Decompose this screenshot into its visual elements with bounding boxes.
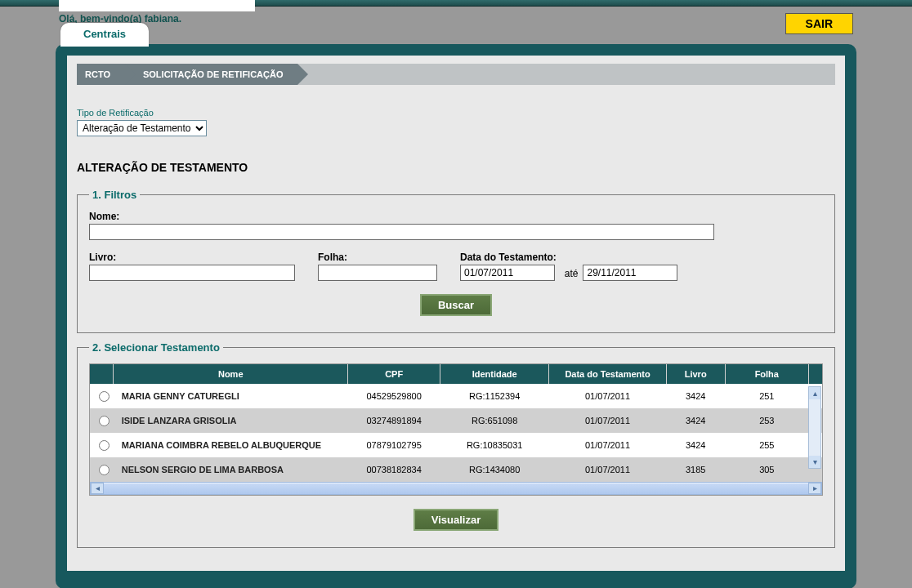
cell-cpf: 07879102795 — [348, 433, 440, 457]
cell-identidade: RG:651098 — [440, 408, 549, 433]
col-data[interactable]: Data do Testamento — [549, 364, 667, 384]
selecionar-fieldset: 2. Selecionar Testamento Nome CPF — [77, 341, 835, 548]
folha-input[interactable] — [318, 265, 437, 281]
cell-nome: MARIA GENNY CATUREGLI — [114, 384, 348, 408]
row-radio[interactable] — [99, 391, 110, 402]
top-white-block — [59, 0, 255, 11]
data-fim-input[interactable] — [583, 265, 677, 281]
col-nome[interactable]: Nome — [114, 364, 348, 384]
tab-centrais[interactable]: Centrais — [60, 23, 149, 47]
cell-folha: 251 — [725, 384, 809, 408]
row-radio[interactable] — [99, 465, 110, 475]
col-identidade[interactable]: Identidade — [440, 364, 549, 384]
cell-folha: 253 — [725, 408, 809, 433]
filtros-fieldset: 1. Filtros Nome: Livro: Folha: Da — [77, 189, 835, 333]
cell-livro: 3424 — [666, 408, 725, 433]
cell-livro: 3185 — [666, 457, 725, 482]
col-scroll — [809, 364, 822, 384]
table-row[interactable]: MARIA GENNY CATUREGLI04529529800RG:11523… — [90, 384, 822, 408]
hscroll-track[interactable] — [104, 483, 808, 494]
cell-data: 01/07/2011 — [549, 457, 667, 482]
table-row[interactable]: ISIDE LANZARA GRISOLIA03274891894RG:6510… — [90, 408, 822, 433]
cell-cpf: 03274891894 — [348, 408, 440, 433]
sair-button[interactable]: SAIR — [785, 13, 853, 34]
cell-data: 01/07/2011 — [549, 408, 667, 433]
scroll-down-icon[interactable]: ▾ — [809, 456, 820, 468]
col-cpf[interactable]: CPF — [348, 364, 440, 384]
cell-livro: 3424 — [666, 433, 725, 457]
tipo-retificacao-select[interactable]: Alteração de Testamento — [77, 120, 207, 136]
col-folha[interactable]: Folha — [725, 364, 809, 384]
cell-folha: 255 — [725, 433, 809, 457]
scroll-up-icon[interactable]: ▴ — [809, 387, 820, 399]
breadcrumb: RCTO SOLICITAÇÃO DE RETIFICAÇÃO — [77, 64, 835, 85]
scroll-left-icon[interactable]: ◂ — [91, 483, 104, 494]
table-row[interactable]: MARIANA COIMBRA REBELO ALBUQUERQUE078791… — [90, 433, 822, 457]
breadcrumb-rcto[interactable]: RCTO — [77, 64, 125, 85]
folha-label: Folha: — [318, 252, 437, 263]
cell-identidade: RG:1152394 — [440, 384, 549, 408]
buscar-button[interactable]: Buscar — [420, 294, 492, 316]
row-radio[interactable] — [99, 416, 110, 426]
ate-label: até — [560, 268, 583, 279]
selecionar-legend: 2. Selecionar Testamento — [89, 341, 223, 354]
section-heading: ALTERAÇÃO DE TESTAMENTO — [77, 161, 835, 174]
cell-identidade: RG:10835031 — [440, 433, 549, 457]
col-radio — [90, 364, 114, 384]
cell-nome: NELSON SERGIO DE LIMA BARBOSA — [114, 457, 348, 482]
data-testamento-label: Data do Testamento: — [460, 252, 557, 263]
main-panel: Centrais RCTO SOLICITAÇÃO DE RETIFICAÇÃO… — [56, 44, 856, 588]
livro-label: Livro: — [89, 252, 295, 263]
row-radio[interactable] — [99, 440, 110, 451]
scroll-right-icon[interactable]: ▸ — [808, 483, 821, 494]
horizontal-scrollbar[interactable]: ◂ ▸ — [90, 482, 822, 495]
table-row[interactable]: NELSON SERGIO DE LIMA BARBOSA00738182834… — [90, 457, 822, 482]
results-table-wrap: Nome CPF Identidade Data do Testamento L… — [90, 364, 822, 482]
livro-input[interactable] — [89, 265, 295, 281]
tipo-retificacao-label: Tipo de Retificação — [77, 108, 835, 118]
cell-data: 01/07/2011 — [549, 384, 667, 408]
cell-identidade: RG:1434080 — [440, 457, 549, 482]
cell-data: 01/07/2011 — [549, 433, 667, 457]
nome-label: Nome: — [89, 211, 823, 222]
cell-cpf: 04529529800 — [348, 384, 440, 408]
cell-livro: 3424 — [666, 384, 725, 408]
nome-input[interactable] — [89, 224, 714, 240]
filtros-legend: 1. Filtros — [89, 189, 140, 201]
visualizar-button[interactable]: Visualizar — [414, 509, 498, 531]
cell-nome: MARIANA COIMBRA REBELO ALBUQUERQUE — [114, 433, 348, 457]
results-table: Nome CPF Identidade Data do Testamento L… — [90, 364, 822, 482]
cell-nome: ISIDE LANZARA GRISOLIA — [114, 408, 348, 433]
breadcrumb-solicitacao[interactable]: SOLICITAÇÃO DE RETIFICAÇÃO — [125, 64, 298, 85]
col-livro[interactable]: Livro — [666, 364, 725, 384]
data-inicio-input[interactable] — [460, 265, 555, 281]
cell-cpf: 00738182834 — [348, 457, 440, 482]
vertical-scrollbar[interactable]: ▴ ▾ — [808, 386, 821, 469]
cell-folha: 305 — [725, 457, 809, 482]
